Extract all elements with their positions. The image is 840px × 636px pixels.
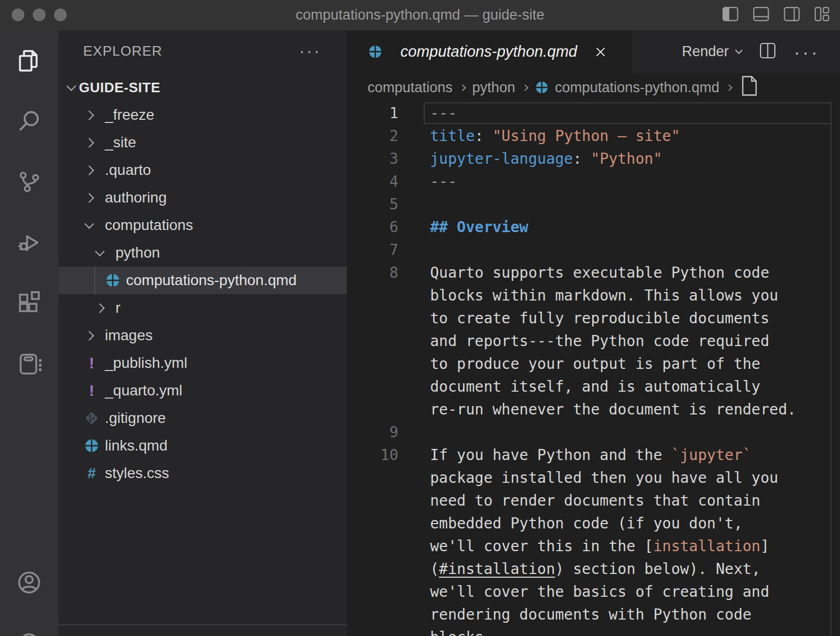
tree-item-computations-python-qmd[interactable]: computations-python.qmd (58, 267, 347, 294)
code-token: ) section below). Next, (555, 560, 761, 578)
search-icon[interactable] (15, 108, 43, 135)
code-token: "Python" (591, 150, 662, 167)
explorer-title: EXPLORER (83, 43, 163, 59)
customize-layout-icon[interactable] (815, 7, 829, 21)
outline-divider (58, 624, 347, 625)
run-debug-icon[interactable] (15, 228, 43, 256)
chevron-right-icon (522, 84, 529, 91)
tree-item-label: computations-python.qmd (126, 272, 297, 289)
close-icon[interactable] (594, 46, 607, 58)
line-number: 4 (347, 170, 398, 193)
tree-item-slot (94, 251, 114, 255)
chevron-down-icon (84, 219, 94, 228)
code-line-8[interactable]: 8Quarto supports executable Python code (347, 261, 840, 284)
code-line-7[interactable]: 7 (347, 238, 840, 261)
code-line-18[interactable]: need to render documents that contain (347, 489, 840, 512)
tree-item-label: styles.css (105, 465, 169, 482)
notebook-icon[interactable] (15, 350, 43, 378)
code-token: package installed then you have all you (430, 469, 778, 487)
extensions-icon[interactable] (15, 289, 43, 317)
split-editor-icon[interactable] (759, 42, 776, 61)
code-line-20[interactable]: we'll cover this in the [installation] (347, 535, 840, 558)
code-line-17[interactable]: package installed then you have all you (347, 466, 840, 489)
code-token: re-run whenever the document is rendered… (430, 401, 796, 418)
tree-item-label: _quarto.yml (105, 382, 182, 399)
source-control-icon[interactable] (15, 168, 43, 196)
code-token: and reports---the Python code required (430, 332, 770, 350)
code-line-9[interactable]: blocks within markdown. This allows you (347, 284, 840, 307)
code-line-16[interactable]: 10If you have Python and the `jupyter` (347, 444, 840, 466)
tree-item-images[interactable]: images (58, 322, 347, 349)
code-line-11[interactable]: and reports---the Python code required (347, 330, 840, 352)
tree-item-slot: ! (84, 354, 104, 372)
tree-item-styles-css[interactable]: #styles.css (58, 460, 347, 487)
code-line-4[interactable]: 4--- (347, 170, 840, 193)
code-token: ( (430, 560, 439, 578)
code-line-19[interactable]: embedded Python code (if you don't, (347, 512, 840, 535)
tree-item-label: .gitignore (105, 410, 166, 427)
toggle-secondary-sidebar-icon[interactable] (784, 7, 800, 21)
toggle-panel-icon[interactable] (753, 7, 769, 21)
explorer-more-actions-icon[interactable]: ··· (299, 48, 321, 54)
code-line-14[interactable]: re-run whenever the document is rendered… (347, 398, 840, 421)
code-line-6[interactable]: 6## Overview (347, 216, 840, 238)
code-token: we'll cover this in the [ (430, 537, 653, 555)
quarto-icon (535, 81, 549, 94)
breadcrumb-item-file[interactable]: computations-python.qmd (555, 80, 720, 96)
account-icon[interactable] (15, 569, 43, 596)
code-line-13[interactable]: document itself, and is automatically (347, 375, 840, 398)
code-token: --- (430, 173, 457, 190)
minimize-window-button[interactable] (33, 8, 46, 21)
tree-item-label: _site (105, 134, 136, 151)
code-line-15[interactable]: 9 (347, 421, 840, 444)
code-line-3[interactable]: 3jupyter-language: "Python" (347, 147, 840, 170)
zoom-window-button[interactable] (54, 8, 67, 21)
outline-label: OUTLINE (85, 634, 148, 636)
tree-item-computations[interactable]: computations (58, 211, 347, 239)
outline-section-header[interactable]: OUTLINE (58, 629, 347, 636)
tree-item--freeze[interactable]: _freeze (58, 101, 347, 129)
tree-item--site[interactable]: _site (58, 129, 347, 156)
code-line-24[interactable]: blocks. (347, 626, 840, 636)
tree-item-label: _freeze (105, 107, 154, 123)
explorer-icon[interactable] (15, 47, 43, 75)
code-line-2[interactable]: 2title: "Using Python — site" (347, 125, 840, 147)
code-editor[interactable]: 1---2title: "Using Python — site"3jupyte… (347, 102, 840, 636)
tab-computations-python[interactable]: computations-python.qmd (347, 30, 632, 73)
tree-item-slot: # (84, 465, 104, 482)
tree-item-r[interactable]: r (58, 294, 347, 322)
code-lines: 1---2title: "Using Python — site"3jupyte… (347, 102, 840, 636)
code-token: rendering documents with Python code (430, 606, 752, 623)
settings-gear-icon[interactable] (15, 629, 43, 636)
tree-item-label: links.qmd (105, 437, 167, 454)
code-line-5[interactable]: 5 (347, 193, 840, 216)
code-token: --- (430, 104, 457, 122)
tree-item--publish-yml[interactable]: !_publish.yml (58, 349, 347, 377)
breadcrumb-item-python[interactable]: python (472, 80, 515, 96)
tree-item--quarto[interactable]: .quarto (58, 156, 347, 184)
breadcrumb-item-computations[interactable]: computations (368, 80, 453, 96)
toggle-primary-sidebar-icon[interactable] (722, 7, 738, 21)
tree-item--quarto-yml[interactable]: !_quarto.yml (58, 377, 347, 404)
code-line-23[interactable]: rendering documents with Python code (347, 603, 840, 626)
more-actions-icon[interactable]: ··· (794, 47, 820, 57)
code-line-12[interactable]: to produce your output is part of the (347, 352, 840, 375)
code-token: : (573, 150, 591, 167)
code-line-10[interactable]: to create fully reproducible documents (347, 307, 840, 330)
render-button[interactable]: Render (682, 43, 741, 60)
tree-item--gitignore[interactable]: .gitignore (58, 404, 347, 432)
tree-root-guide-site[interactable]: GUIDE-SITE (58, 74, 347, 101)
tree-item-authoring[interactable]: authoring (58, 184, 347, 211)
chevron-right-icon (459, 84, 466, 91)
tree-item-python[interactable]: python (58, 239, 347, 267)
code-token: installation (653, 537, 760, 555)
tab-bar: computations-python.qmd Render ··· (347, 30, 840, 73)
code-line-21[interactable]: (#installation) section below). Next, (347, 558, 840, 580)
tree-item-slot (94, 305, 114, 312)
code-line-1[interactable]: 1--- (347, 102, 840, 125)
close-window-button[interactable] (12, 8, 24, 21)
code-token: If you have Python and the (430, 446, 671, 464)
code-line-22[interactable]: we'll cover the basics of creating and (347, 580, 840, 603)
tree-item-label: .quarto (105, 162, 151, 179)
tree-item-links-qmd[interactable]: links.qmd (58, 432, 347, 460)
